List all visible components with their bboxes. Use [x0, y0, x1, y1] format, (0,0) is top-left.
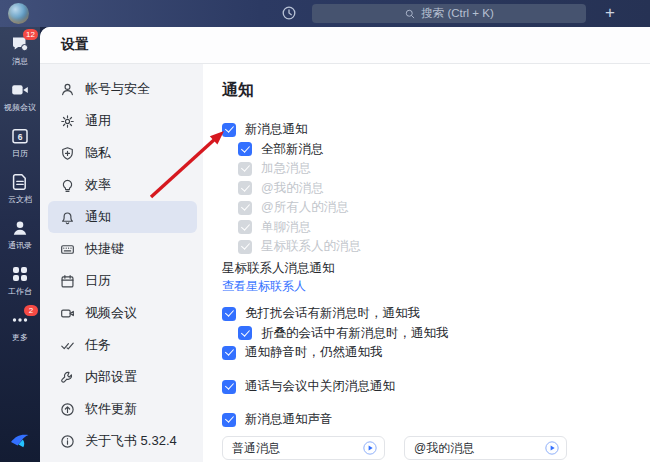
- calendar-icon: 6: [10, 126, 30, 146]
- checkbox: [238, 240, 252, 254]
- checkbox-label: 新消息通知声音: [245, 411, 333, 428]
- checkbox-row[interactable]: 新消息通知: [222, 120, 650, 139]
- dnd-notification-group: 免打扰会话有新消息时，通知我折叠的会话中有新消息时，通知我通知静音时，仍然通知我: [222, 304, 650, 362]
- sidebar-item-calendar[interactable]: 日历: [48, 265, 197, 297]
- rail-item-contacts[interactable]: 通讯录: [0, 218, 40, 251]
- play-sound-button[interactable]: [545, 441, 559, 455]
- checkbox-label: 单聊消息: [261, 219, 311, 236]
- workbench-icon: [10, 264, 30, 284]
- sidebar-item-about[interactable]: 关于飞书 5.32.4: [48, 425, 197, 457]
- rail-item-more[interactable]: 2更多: [0, 310, 40, 343]
- settings-window: 设置 帐号与安全通用隐私效率通知快捷键日历视频会议任务内部设置软件更新关于飞书 …: [40, 27, 650, 462]
- checkbox-row: 加急消息: [238, 159, 650, 178]
- app-root: 搜索 (Ctrl + K) + 12消息视频会议6日历云文档通讯录工作台2更多 …: [0, 0, 650, 462]
- play-sound-button[interactable]: [363, 441, 377, 455]
- rail-item-label: 视频会议: [4, 103, 36, 113]
- software-update-icon: [60, 402, 75, 417]
- calendar-icon: [60, 274, 75, 289]
- checkbox[interactable]: [222, 346, 236, 360]
- sidebar-item-tasks[interactable]: 任务: [48, 329, 197, 361]
- sidebar-item-efficiency[interactable]: 效率: [48, 169, 197, 201]
- sound-select-row-1: 普通消息@我的消息: [222, 436, 650, 460]
- messages-icon: 12: [10, 34, 30, 54]
- checkbox-label: 全部新消息: [261, 141, 324, 158]
- settings-title: 设置: [61, 36, 89, 54]
- video-meeting-icon: [10, 80, 30, 100]
- sidebar-item-label: 通知: [85, 208, 111, 226]
- about-icon: [60, 434, 75, 449]
- checkbox-row[interactable]: 通知静音时，仍然通知我: [222, 343, 650, 362]
- sidebar-item-shortcuts[interactable]: 快捷键: [48, 233, 197, 265]
- meeting-notification-group: 通话与会议中关闭消息通知: [222, 377, 650, 396]
- shortcuts-icon: [60, 242, 75, 257]
- video-meeting-icon: [60, 306, 75, 321]
- settings-window-header: 设置: [40, 27, 650, 64]
- efficiency-icon: [60, 178, 75, 193]
- sidebar-item-label: 效率: [85, 176, 111, 194]
- starred-contacts-section-label: 星标联系人消息通知: [222, 260, 650, 276]
- sidebar-item-notifications[interactable]: 通知: [48, 201, 197, 233]
- new-tab-button[interactable]: +: [599, 1, 621, 25]
- notification-settings-panel: 通知 新消息通知全部新消息加急消息@我的消息@所有人的消息单聊消息星标联系人的消…: [203, 64, 650, 462]
- checkbox-row[interactable]: 新消息通知声音: [222, 410, 650, 429]
- rail-item-calendar[interactable]: 6日历: [0, 126, 40, 159]
- sidebar-item-general[interactable]: 通用: [48, 105, 197, 137]
- search-placeholder: 搜索 (Ctrl + K): [421, 6, 494, 21]
- sidebar-item-label: 内部设置: [85, 368, 137, 386]
- checkbox[interactable]: [222, 380, 236, 394]
- checkbox[interactable]: [222, 307, 236, 321]
- notification-badge: 12: [23, 29, 38, 40]
- sound-select[interactable]: @我的消息: [404, 436, 567, 460]
- checkbox-label: 星标联系人的消息: [261, 238, 361, 255]
- contacts-icon: [10, 218, 30, 238]
- checkbox-row[interactable]: 全部新消息: [238, 140, 650, 159]
- checkbox[interactable]: [238, 142, 252, 156]
- rail-item-video-meeting[interactable]: 视频会议: [0, 80, 40, 113]
- app-rail-items: 12消息视频会议6日历云文档通讯录工作台2更多: [0, 27, 40, 356]
- more-icon: 2: [10, 310, 30, 330]
- checkbox-row[interactable]: 折叠的会话中有新消息时，通知我: [238, 324, 650, 343]
- checkbox-row[interactable]: 免打扰会话有新消息时，通知我: [222, 304, 650, 323]
- sound-select-value: 普通消息: [232, 440, 280, 457]
- rail-item-messages[interactable]: 12消息: [0, 34, 40, 67]
- sidebar-item-account-security[interactable]: 帐号与安全: [48, 73, 197, 105]
- history-icon[interactable]: [281, 5, 297, 21]
- sidebar-item-label: 关于飞书 5.32.4: [85, 432, 177, 450]
- rail-item-label: 云文档: [8, 195, 32, 205]
- checkbox-row[interactable]: 通话与会议中关闭消息通知: [222, 377, 650, 396]
- privacy-icon: [60, 146, 75, 161]
- checkbox-label: 折叠的会话中有新消息时，通知我: [261, 325, 449, 342]
- sidebar-item-privacy[interactable]: 隐私: [48, 137, 197, 169]
- general-icon: [60, 114, 75, 129]
- rail-item-workbench[interactable]: 工作台: [0, 264, 40, 297]
- checkbox-row: @我的消息: [238, 179, 650, 198]
- sound-select-value: @我的消息: [414, 440, 474, 457]
- checkbox-row: 单聊消息: [238, 218, 650, 237]
- sound-notification-group: 新消息通知声音: [222, 410, 650, 429]
- sidebar-item-label: 隐私: [85, 144, 111, 162]
- sidebar-item-label: 日历: [85, 272, 111, 290]
- rail-item-label: 更多: [12, 333, 28, 343]
- view-starred-contacts-link[interactable]: 查看星标联系人: [222, 279, 306, 294]
- app-rail: 12消息视频会议6日历云文档通讯录工作台2更多: [0, 27, 40, 462]
- checkbox: [238, 181, 252, 195]
- checkbox-label: @所有人的消息: [261, 199, 349, 216]
- checkbox-label: 通知静音时，仍然通知我: [245, 344, 383, 361]
- sound-select[interactable]: 普通消息: [222, 436, 385, 460]
- sidebar-item-video-meeting[interactable]: 视频会议: [48, 297, 197, 329]
- checkbox[interactable]: [222, 123, 236, 137]
- rail-item-cloud-docs[interactable]: 云文档: [0, 172, 40, 205]
- sidebar-item-software-update[interactable]: 软件更新: [48, 393, 197, 425]
- checkbox-label: @我的消息: [261, 180, 324, 197]
- notification-badge: 2: [24, 305, 38, 316]
- search-input[interactable]: 搜索 (Ctrl + K): [312, 4, 586, 23]
- checkbox[interactable]: [238, 326, 252, 340]
- user-avatar[interactable]: [8, 3, 29, 24]
- checkbox[interactable]: [222, 413, 236, 427]
- checkbox-label: 免打扰会话有新消息时，通知我: [245, 305, 420, 322]
- feishu-logo-icon[interactable]: [9, 430, 31, 452]
- checkbox-label: 通话与会议中关闭消息通知: [245, 378, 395, 395]
- svg-text:6: 6: [18, 132, 23, 142]
- checkbox: [238, 201, 252, 215]
- sidebar-item-internal-settings[interactable]: 内部设置: [48, 361, 197, 393]
